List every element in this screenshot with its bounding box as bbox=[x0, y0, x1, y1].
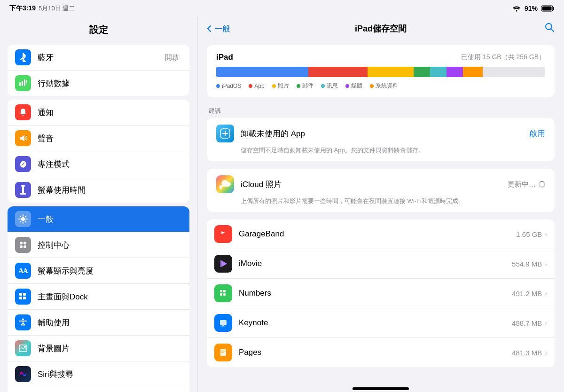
svg-rect-43 bbox=[221, 351, 225, 351]
garageband-icon bbox=[214, 225, 232, 243]
legend-app: App bbox=[249, 82, 264, 90]
sidebar-item-bluetooth[interactable]: 藍牙 開啟 bbox=[8, 45, 189, 71]
app-row-imovie[interactable]: iMovie 554.9 MB › bbox=[207, 249, 555, 279]
svg-rect-45 bbox=[221, 353, 224, 353]
sidebar-item-accessibility[interactable]: 輔助使用 bbox=[8, 310, 189, 336]
sidebar-item-display[interactable]: AA 螢幕顯示與亮度 bbox=[8, 258, 189, 284]
app-row-garageband[interactable]: GarageBand 1.65 GB › bbox=[207, 220, 555, 249]
keynote-size: 488.7 MB bbox=[512, 319, 542, 327]
bar-app bbox=[308, 67, 368, 77]
home-indicator bbox=[352, 387, 409, 390]
chevron-icon: › bbox=[545, 349, 547, 356]
garageband-name: GarageBand bbox=[239, 229, 516, 239]
svg-rect-32 bbox=[218, 288, 229, 299]
display-label: 螢幕顯示與亮度 bbox=[38, 266, 182, 276]
svg-rect-8 bbox=[21, 185, 25, 187]
status-icons: 91% bbox=[512, 5, 555, 12]
settings-title: 設定 bbox=[0, 17, 197, 41]
sidebar-item-focus[interactable]: 專注模式 bbox=[8, 151, 189, 177]
settings-section-2: 通知 聲音 專注模式 bbox=[8, 100, 189, 203]
imovie-name: iMovie bbox=[239, 259, 512, 268]
bar-media bbox=[446, 67, 463, 77]
status-time-area: 下午3:19 5月10日 週二 bbox=[9, 4, 75, 13]
svg-rect-9 bbox=[22, 187, 24, 193]
sidebar-item-screentime[interactable]: 螢幕使用時間 bbox=[8, 177, 189, 203]
app-row-keynote[interactable]: Keynote 488.7 MB › bbox=[207, 308, 555, 338]
bluetooth-label: 藍牙 bbox=[38, 52, 165, 63]
svg-rect-6 bbox=[24, 79, 25, 86]
search-button[interactable] bbox=[544, 22, 555, 35]
sidebar-item-homescreen[interactable]: 主畫面與Dock bbox=[8, 284, 189, 310]
accessibility-icon bbox=[15, 314, 31, 330]
legend-messages-label: 訊息 bbox=[327, 82, 338, 90]
legend-photos: 照片 bbox=[272, 82, 289, 90]
notifications-icon bbox=[15, 104, 31, 120]
svg-point-11 bbox=[21, 217, 25, 221]
svg-point-0 bbox=[516, 10, 517, 11]
screentime-label: 螢幕使用時間 bbox=[38, 185, 182, 196]
garageband-size: 1.65 GB bbox=[516, 230, 542, 238]
icloud-action-text: 更新中… bbox=[508, 180, 536, 189]
sidebar-item-general[interactable]: 一般 bbox=[8, 206, 189, 232]
sounds-icon bbox=[15, 130, 31, 146]
bluetooth-icon bbox=[15, 49, 31, 65]
siri-icon bbox=[15, 366, 31, 382]
svg-rect-3 bbox=[542, 7, 552, 11]
numbers-size: 491.2 MB bbox=[512, 290, 542, 298]
right-content: iPad 已使用 15 GB（共 256 GB） iPadOS bbox=[197, 40, 564, 384]
app-row-pages[interactable]: Pages 481.3 MB › bbox=[207, 338, 555, 367]
storage-card-header: iPad 已使用 15 GB（共 256 GB） bbox=[216, 53, 545, 62]
sidebar-item-wallpaper[interactable]: 背景圖片 bbox=[8, 336, 189, 361]
bar-ipados bbox=[216, 67, 308, 77]
homescreen-label: 主畫面與Dock bbox=[38, 291, 182, 302]
suggestion-name: 卸載未使用的 App bbox=[241, 128, 529, 139]
controlcenter-label: 控制中心 bbox=[38, 240, 182, 251]
pages-icon bbox=[214, 344, 232, 361]
bar-system bbox=[463, 67, 483, 77]
sidebar-item-notifications[interactable]: 通知 bbox=[8, 100, 189, 125]
imovie-size: 554.9 MB bbox=[512, 260, 542, 268]
icloud-name: iCloud 照片 bbox=[241, 179, 508, 190]
sidebar-item-siri[interactable]: Siri與搜尋 bbox=[8, 361, 189, 387]
svg-rect-17 bbox=[23, 293, 26, 296]
app-row-numbers[interactable]: Numbers 491.2 MB › bbox=[207, 279, 555, 308]
battery-text: 91% bbox=[525, 5, 538, 12]
sidebar-item-applepencil[interactable]: Apple Pencil bbox=[8, 387, 189, 392]
sidebar-item-controlcenter[interactable]: 控制中心 bbox=[8, 232, 189, 258]
cellular-label: 行動數據 bbox=[38, 78, 182, 89]
legend-ipados-label: iPadOS bbox=[222, 83, 241, 89]
suggestion-action-button[interactable]: 啟用 bbox=[529, 128, 545, 139]
svg-rect-18 bbox=[19, 297, 22, 299]
keynote-name: Keynote bbox=[239, 318, 512, 328]
icloud-header: iCloud 照片 更新中… bbox=[216, 175, 545, 193]
notifications-label: 通知 bbox=[38, 107, 182, 118]
legend-photos-label: 照片 bbox=[278, 82, 289, 90]
numbers-icon bbox=[214, 284, 232, 302]
controlcenter-icon bbox=[15, 237, 31, 253]
accessibility-label: 輔助使用 bbox=[38, 317, 182, 328]
storage-used-info: 已使用 15 GB（共 256 GB） bbox=[461, 53, 545, 62]
icloud-action: 更新中… bbox=[508, 180, 545, 189]
imovie-icon bbox=[214, 255, 232, 273]
sidebar-item-cellular[interactable]: 行動數據 bbox=[8, 71, 189, 96]
svg-rect-10 bbox=[20, 193, 26, 195]
chevron-icon: › bbox=[545, 290, 547, 297]
svg-point-14 bbox=[20, 245, 23, 248]
svg-rect-44 bbox=[221, 352, 225, 352]
sounds-label: 聲音 bbox=[38, 133, 182, 144]
settings-section-1: 藍牙 開啟 行動數據 bbox=[8, 45, 189, 96]
display-icon: AA bbox=[15, 263, 31, 279]
svg-rect-39 bbox=[222, 325, 224, 326]
suggestion-app-icon bbox=[216, 125, 234, 142]
right-header: 一般 iPad儲存空間 bbox=[197, 17, 564, 40]
wifi-icon bbox=[512, 6, 521, 12]
wallpaper-icon bbox=[15, 340, 31, 356]
back-button[interactable]: 一般 bbox=[207, 24, 230, 34]
chevron-icon: › bbox=[545, 319, 547, 327]
pages-size: 481.3 MB bbox=[512, 349, 542, 357]
sidebar-item-sounds[interactable]: 聲音 bbox=[8, 125, 189, 151]
focus-icon bbox=[15, 156, 31, 172]
settings-list: 藍牙 開啟 行動數據 bbox=[0, 41, 197, 392]
keynote-icon bbox=[214, 314, 232, 332]
svg-point-12 bbox=[20, 242, 23, 244]
